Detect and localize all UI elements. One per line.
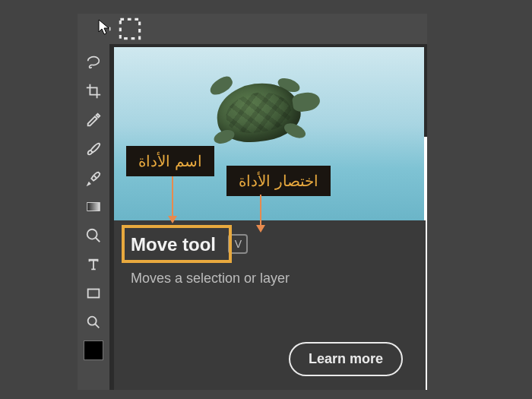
zoom-tool[interactable] <box>79 222 108 249</box>
annotation-arrow-to-shortcut <box>260 195 261 231</box>
brush-tool[interactable] <box>79 135 108 163</box>
svg-rect-0 <box>120 19 139 38</box>
healing-brush-tool[interactable] <box>79 164 108 192</box>
tool-description: Moves a selection or layer <box>131 271 409 287</box>
foreground-color-swatch[interactable] <box>84 340 103 360</box>
svg-point-4 <box>88 317 97 325</box>
marquee-tool[interactable] <box>116 15 144 43</box>
crop-tool[interactable] <box>79 78 108 105</box>
cursor-pointer-icon <box>97 18 112 36</box>
annotation-arrow-to-name <box>172 176 173 222</box>
eyedropper-tool[interactable] <box>79 106 108 134</box>
svg-rect-1 <box>87 203 100 211</box>
svg-point-2 <box>87 230 97 239</box>
svg-rect-3 <box>88 290 100 298</box>
gradient-tool[interactable] <box>79 193 108 220</box>
annotation-tool-shortcut: اختصار الأداة <box>226 166 331 196</box>
annotation-tool-name: اسم الأداة <box>126 146 214 176</box>
lasso-tool[interactable] <box>79 49 108 76</box>
learn-more-button[interactable]: Learn more <box>289 342 403 376</box>
rectangle-tool[interactable] <box>79 280 108 307</box>
annotation-highlight-box <box>122 225 232 263</box>
tools-panel <box>78 14 109 390</box>
search-tool[interactable] <box>79 309 108 336</box>
type-tool[interactable] <box>79 251 108 278</box>
